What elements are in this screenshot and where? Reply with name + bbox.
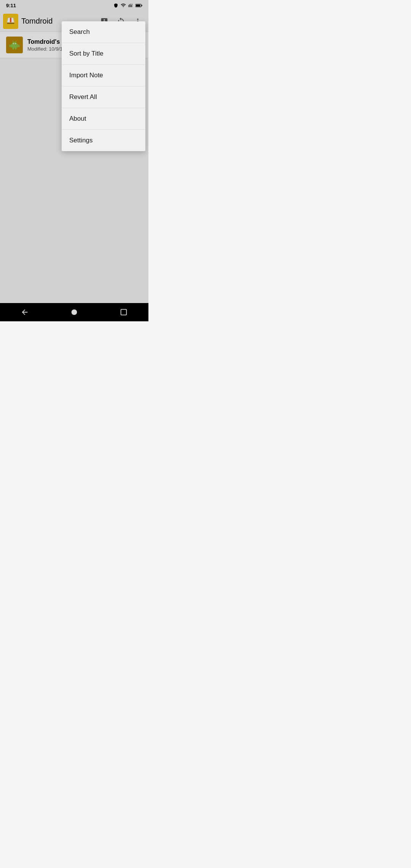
menu-item-sort-by-title-label: Sort by Title bbox=[69, 50, 104, 57]
menu-item-revert-all[interactable]: Revert All bbox=[62, 86, 145, 108]
menu-item-settings[interactable]: Settings bbox=[62, 130, 145, 151]
menu-item-search-label: Search bbox=[69, 28, 90, 36]
menu-item-settings-label: Settings bbox=[69, 137, 92, 144]
menu-item-search[interactable]: Search bbox=[62, 21, 145, 43]
menu-item-about[interactable]: About bbox=[62, 108, 145, 130]
menu-item-sort-by-title[interactable]: Sort by Title bbox=[62, 43, 145, 65]
menu-item-import-note-label: Import Note bbox=[69, 72, 103, 79]
menu-item-import-note[interactable]: Import Note bbox=[62, 65, 145, 86]
menu-item-revert-all-label: Revert All bbox=[69, 93, 97, 101]
dropdown-menu: Search Sort by Title Import Note Revert … bbox=[62, 21, 145, 151]
menu-item-about-label: About bbox=[69, 115, 86, 123]
